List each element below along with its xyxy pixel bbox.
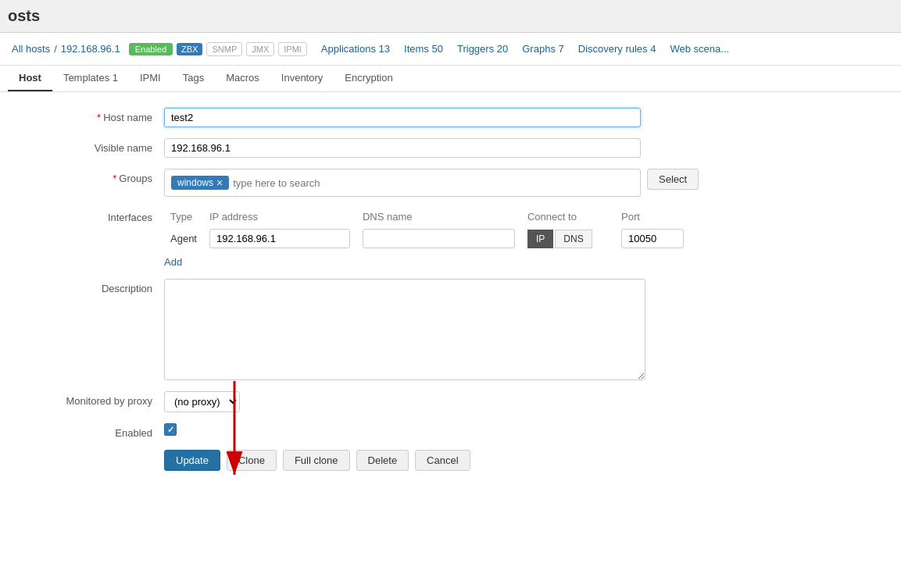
breadcrumb-separator: / (54, 43, 57, 55)
breadcrumb: All hosts / 192.168.96.1 Enabled ZBX SNM… (12, 42, 307, 56)
clone-button[interactable]: Clone (227, 450, 277, 471)
page-title: osts (8, 7, 48, 25)
host-name-input[interactable] (164, 108, 641, 127)
enabled-checkbox[interactable] (164, 423, 177, 436)
type-col-header: Type (164, 208, 203, 226)
delete-button[interactable]: Delete (356, 450, 409, 471)
all-hosts-link[interactable]: All hosts (12, 43, 50, 55)
interface-connect-cell: IP DNS (521, 226, 615, 251)
host-name-label: *Host name (8, 108, 164, 123)
tab-ipmi[interactable]: IPMI (129, 66, 172, 91)
tab-inventory[interactable]: Inventory (270, 66, 334, 91)
windows-tag: windows × (171, 176, 229, 190)
visible-name-label: Visible name (8, 138, 164, 154)
interface-type: Agent (164, 226, 203, 251)
enabled-row: Enabled (8, 423, 885, 439)
host-name-row: *Host name (8, 108, 885, 127)
select-button[interactable]: Select (647, 169, 699, 190)
zbx-badge: ZBX (177, 43, 202, 55)
ip-col-header: IP address (203, 208, 356, 226)
interfaces-table: Type IP address DNS name Connect to Port… (164, 208, 690, 251)
visible-name-input[interactable] (164, 138, 641, 158)
interface-port-cell (615, 226, 690, 251)
port-col-header: Port (615, 208, 690, 226)
interface-dns-cell (356, 226, 521, 251)
snmp-badge: SNMP (206, 42, 242, 56)
connect-col-header: Connect to (521, 208, 615, 226)
triggers-link[interactable]: Triggers 20 (457, 43, 508, 55)
description-textarea[interactable] (164, 279, 645, 380)
ipmi-badge: IPMI (278, 42, 307, 56)
full-clone-button[interactable]: Full clone (283, 450, 350, 471)
interface-ip-cell (203, 226, 356, 251)
proxy-row: Monitored by proxy (no proxy) (8, 391, 885, 412)
dns-col-header: DNS name (356, 208, 521, 226)
enabled-label: Enabled (8, 423, 164, 439)
jmx-badge: JMX (246, 42, 274, 56)
interfaces-area: Type IP address DNS name Connect to Port… (164, 208, 690, 268)
groups-container[interactable]: windows × (164, 169, 641, 197)
proxy-label: Monitored by proxy (8, 391, 164, 407)
groups-row: *Groups windows × Select (8, 169, 885, 197)
tab-encryption[interactable]: Encryption (334, 66, 403, 91)
action-buttons: Update Clone Full clone Delete Cancel (164, 450, 885, 471)
tab-templates[interactable]: Templates 1 (52, 66, 129, 91)
tabs-bar: Host Templates 1 IPMI Tags Macros Invent… (0, 66, 901, 92)
remove-windows-tag[interactable]: × (216, 177, 223, 188)
items-link[interactable]: Items 50 (404, 43, 443, 55)
description-label: Description (8, 279, 164, 294)
connect-dns-button[interactable]: DNS (555, 230, 592, 248)
applications-link[interactable]: Applications 13 (321, 43, 390, 55)
interface-ip-input[interactable] (209, 229, 350, 248)
update-button[interactable]: Update (164, 450, 220, 471)
tab-macros[interactable]: Macros (215, 66, 270, 91)
host-form: *Host name Visible name *Groups windows … (0, 92, 901, 486)
proxy-select[interactable]: (no proxy) (164, 391, 240, 412)
tab-tags[interactable]: Tags (172, 66, 215, 91)
add-interface-link[interactable]: Add (164, 256, 182, 268)
discovery-rules-link[interactable]: Discovery rules 4 (578, 43, 656, 55)
groups-label: *Groups (8, 169, 164, 184)
web-scenarios-link[interactable]: Web scena... (670, 43, 729, 55)
groups-search-input[interactable] (233, 177, 634, 189)
cancel-button[interactable]: Cancel (415, 450, 470, 471)
connect-ip-button[interactable]: IP (527, 230, 553, 248)
enabled-badge: Enabled (129, 43, 173, 55)
connect-to-group: IP DNS (527, 230, 609, 248)
visible-name-row: Visible name (8, 138, 885, 158)
interface-dns-input[interactable] (363, 229, 515, 248)
description-row: Description (8, 279, 885, 380)
table-row: Agent IP DNS (164, 226, 690, 251)
enabled-check-area (164, 423, 177, 436)
interfaces-row: Interfaces Type IP address DNS name Conn… (8, 208, 885, 268)
tab-host[interactable]: Host (8, 66, 52, 91)
graphs-link[interactable]: Graphs 7 (522, 43, 564, 55)
interfaces-label: Interfaces (8, 208, 164, 223)
current-host-link[interactable]: 192.168.96.1 (61, 43, 120, 55)
interface-port-input[interactable] (621, 229, 684, 248)
